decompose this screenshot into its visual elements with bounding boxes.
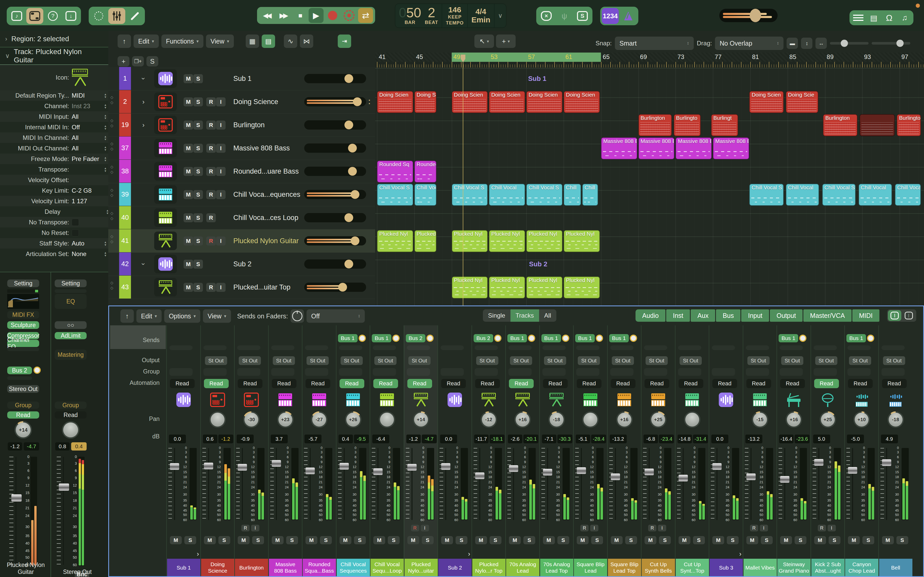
group-slot[interactable] — [814, 368, 837, 376]
wide-strips-icon[interactable]: │ — [902, 310, 916, 321]
mixer-edit-menu[interactable]: Edit▾ — [136, 309, 162, 323]
volume-db-value[interactable]: -5.0 — [847, 435, 864, 443]
track-volume-slider[interactable] — [304, 74, 366, 83]
tuner-icon[interactable]: ψ — [556, 8, 573, 24]
input-monitor-button[interactable]: I — [251, 525, 259, 532]
volume-db-value[interactable]: 0.0 — [711, 435, 729, 443]
track-volume-slider[interactable] — [304, 213, 366, 222]
mixer-channel-strip[interactable]: Bus 1St OutRead+16-16.4-23.6036912151821… — [777, 326, 810, 576]
send-knob[interactable] — [630, 335, 637, 342]
catch-playhead-icon[interactable]: ⇥ — [338, 34, 351, 48]
duplicate-track-button[interactable]: ❐+ — [132, 56, 144, 66]
solo-button[interactable]: S — [320, 536, 332, 544]
filter-input[interactable]: Input — [741, 309, 769, 322]
fader-track[interactable] — [276, 448, 277, 520]
arrange-edit-menu[interactable]: Edit▾ — [134, 34, 159, 48]
param-value[interactable]: All — [72, 145, 79, 152]
track-number-tab[interactable]: 41 — [119, 229, 131, 252]
group-slot[interactable] — [407, 368, 430, 376]
slider-knob[interactable] — [348, 167, 357, 176]
track-header-row[interactable]: ◇◇38MSRIRounded...uare Bass — [108, 160, 375, 183]
region[interactable]: Plucked — [414, 230, 437, 252]
volume-db-value[interactable]: 0.0 — [169, 435, 186, 443]
param-row[interactable]: No Reset: — [0, 227, 108, 238]
output-slot[interactable]: St Out — [578, 356, 600, 365]
mute-button[interactable]: M — [441, 536, 453, 544]
lcd-chevron-icon[interactable]: ∨ — [498, 12, 503, 19]
fader-track[interactable] — [581, 448, 582, 520]
volume-db-value[interactable]: -6.8 — [643, 435, 658, 443]
pan-knob[interactable]: +23 — [277, 411, 294, 428]
region[interactable]: Doing Scien — [489, 91, 525, 113]
group-slot[interactable] — [339, 368, 362, 376]
fader-cap[interactable] — [475, 472, 485, 479]
send-knob[interactable] — [426, 335, 434, 342]
mute-button[interactable]: M — [577, 536, 589, 544]
output-slot[interactable]: Stereo Out — [7, 385, 39, 393]
sends-on-faders-dropdown[interactable]: Off↕ — [307, 309, 365, 323]
slider-knob[interactable] — [351, 190, 359, 199]
stereo-format-button[interactable]: ○○ — [55, 321, 87, 329]
input-monitor-button[interactable]: I — [216, 283, 226, 292]
value-stepper-icon[interactable]: ▴▾ — [104, 156, 106, 162]
input-monitor-button[interactable]: I — [590, 525, 598, 532]
pan-knob[interactable] — [582, 411, 599, 428]
param-row[interactable]: Transpose:▴▾ — [0, 164, 108, 175]
volume-db-value[interactable]: 3.7 — [271, 435, 288, 443]
solo-mode-icon[interactable]: S — [574, 8, 591, 24]
fader-track[interactable] — [716, 448, 717, 520]
mute-button[interactable]: M — [475, 536, 487, 544]
fader-track[interactable] — [242, 448, 243, 520]
track-number-tab[interactable]: 19 — [119, 113, 131, 136]
volume-db-value[interactable]: -0.9 — [237, 435, 254, 443]
mixer-hide-icon[interactable]: ↑ — [120, 309, 134, 323]
volume-db-value[interactable]: -16.4 — [779, 435, 793, 443]
group-slot[interactable] — [475, 368, 498, 376]
input-monitor-button[interactable]: I — [216, 190, 226, 199]
fader-track[interactable] — [445, 448, 446, 520]
automation-mode-button[interactable]: Read — [407, 379, 432, 388]
input-monitor-button[interactable]: I — [760, 525, 768, 532]
pan-knob[interactable] — [62, 421, 79, 439]
pan-knob[interactable]: +10 — [853, 411, 870, 428]
automation-mode-button[interactable]: Read — [170, 379, 195, 388]
track-icon[interactable] — [154, 139, 177, 157]
track-header-row[interactable]: ◇◇40MSRChill Voca...ces Loop — [108, 206, 375, 229]
filter-midi[interactable]: MIDI — [852, 309, 879, 322]
volume-db-value[interactable]: -1.2 — [8, 442, 22, 451]
track-header-row[interactable]: 42›MSSub 2 — [108, 253, 375, 276]
output-slot[interactable]: St Out — [849, 356, 871, 365]
track-zoom-stepper-icon[interactable]: ◇◇ — [110, 141, 113, 152]
mixer-channel-strip[interactable]: St OutRead+255.0036912151821243035404550… — [811, 326, 844, 576]
solo-button[interactable]: S — [422, 536, 434, 544]
region[interactable]: Burlington — [897, 114, 921, 136]
param-value[interactable]: Auto — [72, 240, 84, 247]
region[interactable]: Chill Vocal S — [452, 184, 488, 206]
track-volume-slider[interactable] — [304, 143, 366, 153]
solo-button[interactable]: S — [795, 536, 806, 544]
downloads-icon[interactable]: ↓ — [62, 8, 79, 24]
flex-icon[interactable]: ⋈ — [300, 34, 313, 48]
slider-knob[interactable] — [353, 97, 362, 106]
group-slot[interactable] — [543, 368, 565, 376]
send-knob[interactable] — [359, 335, 366, 342]
region[interactable]: Rounded — [414, 161, 437, 183]
fader-cap[interactable] — [204, 463, 213, 469]
solo-button[interactable]: S — [897, 536, 908, 544]
track-zoom-stepper-icon[interactable]: ◇◇ — [110, 164, 113, 175]
track-disclosure-icon[interactable]: › — [139, 77, 147, 80]
automation-mode-button[interactable]: Read — [7, 411, 39, 419]
mute-button[interactable]: M — [238, 536, 250, 544]
capture-record-button[interactable] — [342, 8, 357, 23]
solo-button[interactable]: S — [523, 536, 535, 544]
filter-mastervca[interactable]: Master/VCA — [803, 309, 851, 322]
snap-dropdown[interactable]: Smart↕ — [615, 37, 694, 50]
pan-knob[interactable] — [684, 411, 701, 428]
automation-mode-button[interactable]: Read — [55, 411, 87, 419]
track-number-tab[interactable]: 39 — [119, 183, 131, 206]
param-value[interactable]: None — [72, 250, 86, 258]
fader-track[interactable] — [479, 448, 480, 520]
pan-knob[interactable]: +16 — [514, 411, 531, 428]
list-editors-icon[interactable] — [851, 11, 866, 24]
mixer-view-single[interactable]: Single — [483, 309, 510, 322]
